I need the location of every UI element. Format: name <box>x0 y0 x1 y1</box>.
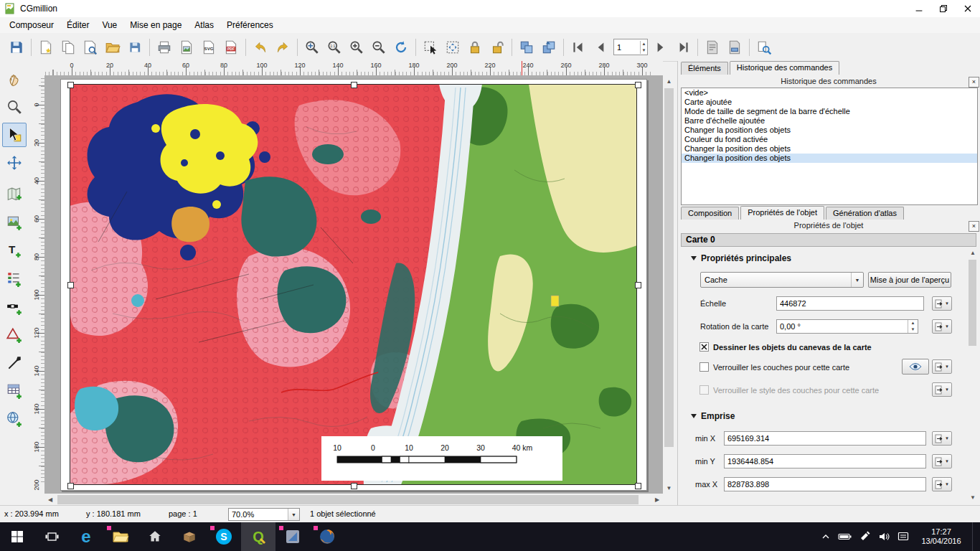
add-label-button[interactable]: T <box>2 239 27 263</box>
add-image-button[interactable] <box>2 211 27 235</box>
scroll-left-icon[interactable]: ◀ <box>44 494 56 506</box>
history-item[interactable]: <vide> <box>682 88 977 98</box>
taskbar-file-explorer-button[interactable] <box>103 522 138 551</box>
tab-item-properties[interactable]: Propriétés de l'objet <box>740 206 824 220</box>
tab-composition[interactable]: Composition <box>681 207 739 220</box>
add-attribute-table-button[interactable] <box>2 379 27 403</box>
selection-handle[interactable] <box>351 483 357 489</box>
tab-atlas-generation[interactable]: Génération d'atlas <box>826 207 904 220</box>
properties-scroll-thumb[interactable] <box>969 260 976 346</box>
tab-command-history[interactable]: Historique des commandes <box>730 61 839 75</box>
restore-button[interactable] <box>931 0 956 17</box>
data-defined-button[interactable]: ▼ <box>932 477 952 491</box>
rotation-input[interactable] <box>777 320 908 333</box>
scroll-down-icon[interactable]: ▼ <box>663 482 675 494</box>
previous-page-button[interactable] <box>590 37 611 58</box>
group-extent[interactable]: Emprise <box>691 411 735 421</box>
data-defined-button[interactable]: ▼ <box>932 431 952 446</box>
scroll-up-icon[interactable]: ▲ <box>967 248 976 258</box>
draw-canvas-items-checkbox[interactable] <box>699 342 709 352</box>
history-item[interactable]: Barre d'échelle ajoutée <box>682 116 977 126</box>
export-image-button[interactable] <box>176 37 197 58</box>
taskbar-skype-button[interactable]: S <box>207 522 241 551</box>
history-item[interactable]: Mode de taille de segment de la barre d'… <box>682 107 977 116</box>
pen-settings[interactable] <box>857 529 872 544</box>
preview-layers-button[interactable] <box>902 359 929 375</box>
atlas-export-button[interactable] <box>724 37 745 58</box>
next-page-button[interactable] <box>650 37 672 58</box>
move-item-content-button[interactable] <box>442 37 463 58</box>
selection-handle[interactable] <box>635 82 641 88</box>
data-defined-button[interactable]: ▼ <box>932 296 952 311</box>
add-legend-button[interactable] <box>2 267 27 291</box>
update-preview-button[interactable]: Mise à jour de l'aperçu <box>868 272 951 288</box>
data-defined-button[interactable]: ▼ <box>932 359 952 374</box>
selection-handle[interactable] <box>67 282 74 288</box>
data-defined-button[interactable]: ▼ <box>932 454 952 468</box>
taskbar-edge-button[interactable]: e <box>69 522 103 551</box>
page-number-input[interactable] <box>614 42 640 52</box>
duplicate-composition-button[interactable] <box>57 37 79 58</box>
print-button[interactable] <box>154 37 175 58</box>
menu-atlas[interactable]: Atlas <box>188 18 220 32</box>
horizontal-scroll-thumb[interactable] <box>57 495 639 504</box>
add-map-button[interactable] <box>2 183 27 207</box>
command-history-list[interactable]: <vide> Carte ajoutée Mode de taille de s… <box>681 88 978 205</box>
cache-combobox[interactable]: Cache ▼ <box>700 272 864 288</box>
history-item[interactable]: Carte ajoutée <box>682 98 977 107</box>
export-pdf-button[interactable]: PDF <box>220 37 242 58</box>
menu-mise-en-page[interactable]: Mise en page <box>123 18 188 32</box>
select-item-tool-button[interactable] <box>2 123 27 147</box>
close-button[interactable] <box>956 0 980 17</box>
add-html-button[interactable] <box>2 407 27 431</box>
selection-handle[interactable] <box>635 483 641 489</box>
selection-handle[interactable] <box>67 483 74 489</box>
raise-items-button[interactable] <box>538 37 560 58</box>
properties-dock-close-button[interactable]: × <box>969 221 979 232</box>
hidden-icons-button[interactable] <box>819 529 833 544</box>
export-svg-button[interactable]: SVG <box>198 37 220 58</box>
last-page-button[interactable] <box>672 37 694 58</box>
add-shape-button[interactable] <box>2 323 27 347</box>
task-view-button[interactable] <box>34 522 69 551</box>
scale-input[interactable] <box>776 296 924 311</box>
rotation-spinbox[interactable]: ▲▼ <box>776 319 918 334</box>
map-item[interactable]: 10 0 10 20 30 40 km <box>70 84 637 485</box>
zoom-full-button[interactable] <box>301 37 323 58</box>
new-composition-button[interactable] <box>35 37 57 58</box>
first-page-button[interactable] <box>567 37 589 58</box>
redo-button[interactable] <box>272 37 293 58</box>
add-arrow-button[interactable] <box>2 351 27 375</box>
history-item[interactable]: Changer la position des objets <box>682 126 977 135</box>
taskbar-desktop-app-button[interactable] <box>138 522 172 551</box>
minimize-button[interactable] <box>907 0 931 17</box>
maxx-input[interactable] <box>724 477 926 491</box>
taskbar-qgis-button[interactable]: Q <box>241 522 275 551</box>
zoom-out-button[interactable] <box>368 37 390 58</box>
data-defined-button[interactable]: ▼ <box>932 382 952 397</box>
volume-control[interactable] <box>877 529 891 544</box>
group-items-button[interactable] <box>516 37 537 58</box>
composition-manager-button[interactable] <box>80 37 101 58</box>
selection-handle[interactable] <box>67 82 74 88</box>
vertical-scroll-thumb[interactable] <box>664 88 674 447</box>
zoom-in-button[interactable] <box>346 37 367 58</box>
zoom-combobox[interactable]: ▼ <box>228 508 300 521</box>
selection-handle[interactable] <box>635 282 641 288</box>
atlas-preview-button[interactable] <box>753 37 775 58</box>
history-item[interactable]: Couleur du fond activée <box>682 135 977 144</box>
data-defined-button[interactable]: ▼ <box>932 319 952 334</box>
pan-tool-button[interactable] <box>2 67 27 91</box>
zoom-input[interactable] <box>229 509 288 520</box>
composer-canvas[interactable]: 10 0 10 20 30 40 km <box>44 75 663 494</box>
lock-layers-checkbox[interactable] <box>699 362 709 372</box>
vertical-scrollbar[interactable]: ▲ ▼ <box>663 75 675 494</box>
scroll-right-icon[interactable]: ▶ <box>651 494 663 506</box>
select-move-item-button[interactable] <box>420 37 441 58</box>
history-item-selected[interactable]: Changer la position des objets <box>682 154 977 163</box>
menu-vue[interactable]: Vue <box>95 18 123 32</box>
properties-scrollbar[interactable]: ▲ ▼ <box>967 248 976 503</box>
history-dock-close-button[interactable]: × <box>969 77 979 88</box>
selection-handle[interactable] <box>351 82 357 88</box>
undo-button[interactable] <box>250 37 271 58</box>
